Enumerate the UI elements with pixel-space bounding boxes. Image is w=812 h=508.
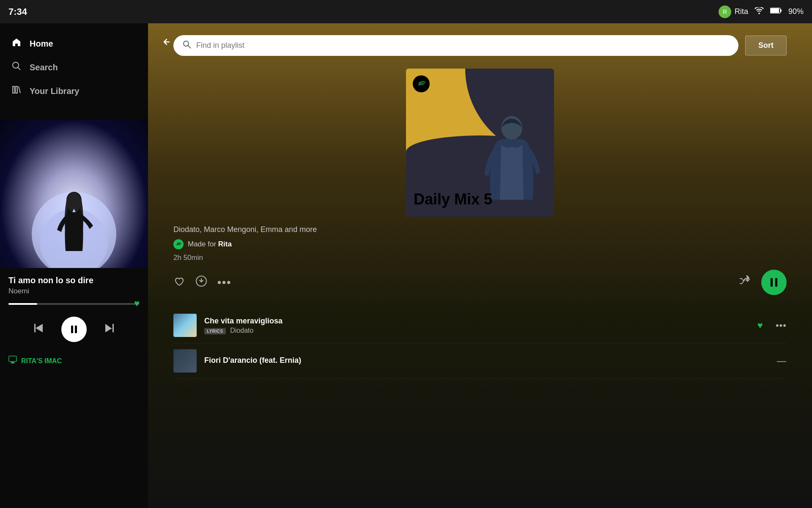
svg-rect-11: [75, 326, 77, 333]
spotify-logo-cover: [413, 75, 430, 92]
sidebar-player: Ti amo non lo so dire Noemi ♥: [0, 120, 148, 508]
find-in-playlist-input[interactable]: [196, 41, 729, 50]
search-input-wrapper: [173, 35, 738, 56]
status-bar: 7:34 R Rita 90%: [0, 0, 812, 23]
shuffle-button[interactable]: [739, 275, 751, 290]
playlist-subtitle: Diodato, Marco Mengoni, Emma and more: [173, 225, 787, 234]
album-art: [0, 120, 148, 268]
prev-button[interactable]: [33, 322, 44, 337]
avatar: R: [719, 6, 731, 18]
sort-button[interactable]: Sort: [745, 36, 787, 55]
svg-rect-2: [780, 9, 782, 12]
track-title: Ti amo non lo so dire: [8, 276, 140, 285]
svg-rect-21: [771, 278, 773, 287]
search-glass-icon: [183, 40, 191, 51]
progress-fill: [8, 303, 37, 305]
playlist-cover-area: Daily Mix 5: [148, 56, 812, 225]
track-name-1: Che vita meravigliosa: [204, 317, 750, 326]
track-info-2: Fiori D'arancio (feat. Ernia): [204, 356, 769, 366]
now-playing-info: Ti amo non lo so dire Noemi: [0, 268, 148, 299]
track-item: Che vita meravigliosa LYRICS Diodato ♥ •…: [173, 308, 787, 343]
pause-button-player[interactable]: [61, 317, 87, 342]
made-for-text: Made for Rita: [188, 240, 232, 248]
svg-point-15: [184, 41, 189, 46]
made-for-label: Made for: [188, 240, 216, 248]
svg-rect-13: [11, 362, 14, 363]
svg-rect-1: [771, 8, 779, 13]
svg-point-3: [13, 62, 19, 68]
search-label: Search: [30, 63, 58, 72]
device-bar: RITA'S IMAC: [0, 351, 148, 373]
svg-point-17: [416, 79, 426, 89]
track-thumbnail-2: [173, 349, 197, 373]
main-layout: Home Search Your Library: [0, 23, 812, 508]
track-artist-row-1: LYRICS Diodato: [204, 327, 750, 334]
progress-bar[interactable]: ♥: [8, 303, 140, 305]
track-list: Che vita meravigliosa LYRICS Diodato ♥ •…: [148, 308, 812, 379]
player-controls: [0, 309, 148, 351]
svg-rect-12: [9, 356, 16, 362]
next-button[interactable]: [104, 322, 115, 337]
home-label: Home: [30, 39, 53, 49]
battery-icon: [770, 7, 782, 16]
track-artist: Noemi: [8, 287, 140, 295]
main-content: Sort: [148, 23, 812, 508]
track-artist-1: Diodato: [230, 327, 253, 334]
track-thumb-img-2: [173, 349, 197, 373]
library-label: Your Library: [30, 86, 79, 96]
spotify-small-logo: [173, 239, 184, 249]
svg-rect-22: [775, 278, 777, 287]
play-pause-main-button[interactable]: [761, 270, 787, 295]
lyrics-badge-1: LYRICS: [204, 328, 226, 334]
library-icon: [12, 85, 21, 97]
playlist-meta: Diodato, Marco Mengoni, Emma and more Ma…: [148, 225, 812, 295]
track-more-2[interactable]: —: [777, 356, 787, 367]
playlist-actions: •••: [173, 270, 787, 295]
sidebar-item-library[interactable]: Your Library: [0, 79, 148, 103]
device-name: RITA'S IMAC: [21, 357, 62, 365]
status-time: 7:34: [8, 6, 27, 17]
track-more-1[interactable]: •••: [776, 320, 787, 331]
track-thumb-img-1: [173, 314, 197, 337]
svg-rect-6: [16, 86, 17, 93]
back-button[interactable]: [161, 36, 173, 51]
playlist-cover: Daily Mix 5: [406, 69, 554, 217]
svg-rect-10: [71, 326, 73, 333]
status-user: R Rita: [719, 6, 748, 18]
made-for-row: Made for Rita: [173, 239, 787, 249]
username-label: Rita: [735, 7, 748, 16]
track-heart-1[interactable]: ♥: [757, 320, 763, 331]
status-right: R Rita 90%: [719, 6, 804, 18]
wifi-icon: [754, 7, 764, 16]
more-options-button[interactable]: •••: [217, 276, 231, 289]
track-thumbnail-1: [173, 314, 197, 337]
svg-point-19: [175, 241, 182, 248]
search-icon: [12, 61, 21, 73]
track-item-2: Fiori D'arancio (feat. Ernia) —: [173, 343, 787, 379]
like-button-player[interactable]: ♥: [134, 298, 140, 309]
like-playlist-button[interactable]: [173, 275, 185, 290]
sidebar-item-search[interactable]: Search: [0, 55, 148, 79]
svg-line-16: [188, 46, 191, 48]
download-button[interactable]: [195, 275, 207, 290]
search-bar-container: Sort: [148, 23, 812, 56]
battery-percent: 90%: [788, 7, 804, 16]
monitor-icon: [8, 356, 17, 366]
svg-line-4: [18, 67, 20, 70]
album-art-figure: [0, 120, 148, 268]
svg-rect-5: [13, 86, 14, 93]
track-name-2: Fiori D'arancio (feat. Ernia): [204, 356, 769, 365]
playlist-duration: 2h 50min: [173, 254, 787, 262]
sidebar: Home Search Your Library: [0, 23, 148, 508]
svg-rect-14: [11, 363, 15, 364]
home-icon: [12, 38, 21, 50]
sidebar-nav: Home Search Your Library: [0, 23, 148, 111]
cover-title: Daily Mix 5: [414, 190, 492, 208]
sidebar-item-home[interactable]: Home: [0, 32, 148, 55]
made-for-user: Rita: [218, 240, 232, 248]
track-info-1: Che vita meravigliosa LYRICS Diodato: [204, 317, 750, 334]
